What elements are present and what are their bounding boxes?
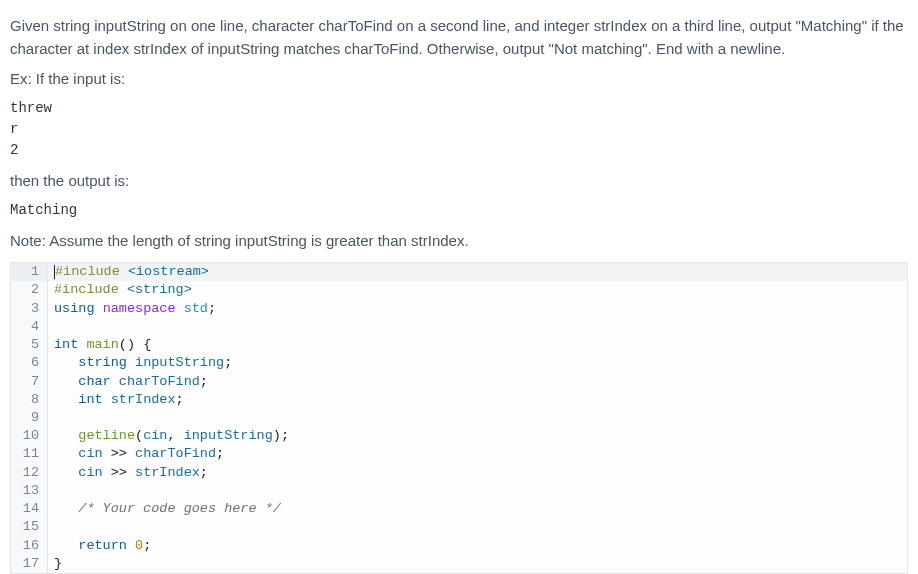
code-content[interactable]: int strIndex; [47, 391, 907, 409]
example-input-block: threw r 2 [10, 98, 908, 161]
code-content[interactable]: /* Your code goes here */ [47, 500, 907, 518]
code-editor[interactable]: 1#include <iostream>2#include <string>3u… [10, 262, 908, 574]
code-token: getline [78, 428, 135, 443]
code-token: ( [135, 428, 143, 443]
code-token: #include [54, 282, 127, 297]
code-token [54, 392, 78, 407]
code-token: std [184, 301, 208, 316]
code-content[interactable]: cin >> charToFind; [47, 445, 907, 463]
code-token: int [78, 392, 102, 407]
code-token [111, 374, 119, 389]
code-line[interactable]: 13 [11, 482, 907, 500]
code-line[interactable]: 4 [11, 318, 907, 336]
code-token: strIndex [135, 465, 200, 480]
code-token: } [54, 556, 62, 571]
code-content[interactable]: char charToFind; [47, 373, 907, 391]
problem-statement: Given string inputString on one line, ch… [10, 14, 908, 90]
code-token: ; [224, 355, 232, 370]
code-token: return [78, 538, 127, 553]
then-label-wrap: then the output is: [10, 169, 908, 192]
code-token: charToFind [135, 446, 216, 461]
code-token: main [86, 337, 118, 352]
code-token: inputString [184, 428, 273, 443]
code-token [54, 465, 78, 480]
code-token [127, 355, 135, 370]
line-number: 7 [11, 373, 47, 391]
code-content[interactable]: int main() { [47, 336, 907, 354]
code-token: ; [216, 446, 224, 461]
code-token: , [167, 428, 183, 443]
code-content[interactable]: getline(cin, inputString); [47, 427, 907, 445]
code-token [127, 538, 135, 553]
code-content[interactable]: #include <string> [47, 281, 907, 299]
code-token: cin [78, 465, 102, 480]
example-output-block: Matching [10, 200, 908, 221]
code-token: charToFind [119, 374, 200, 389]
code-token: using [54, 301, 95, 316]
code-line[interactable]: 7 char charToFind; [11, 373, 907, 391]
code-token [54, 446, 78, 461]
code-line[interactable]: 11 cin >> charToFind; [11, 445, 907, 463]
code-line[interactable]: 16 return 0; [11, 537, 907, 555]
code-token [54, 538, 78, 553]
code-content[interactable]: cin >> strIndex; [47, 464, 907, 482]
code-token: >> [103, 465, 135, 480]
line-number: 17 [11, 555, 47, 573]
code-token: <iostream> [128, 264, 209, 279]
problem-note: Note: Assume the length of string inputS… [10, 229, 908, 252]
line-number: 4 [11, 318, 47, 336]
code-token: 0 [135, 538, 143, 553]
code-token: <string> [127, 282, 192, 297]
code-token: >> [103, 446, 135, 461]
code-line[interactable]: 15 [11, 518, 907, 536]
code-content[interactable]: } [47, 555, 907, 573]
code-line[interactable]: 2#include <string> [11, 281, 907, 299]
code-content[interactable]: using namespace std; [47, 300, 907, 318]
code-token: ); [273, 428, 289, 443]
code-token: #include [55, 264, 128, 279]
code-line[interactable]: 9 [11, 409, 907, 427]
code-token: ; [208, 301, 216, 316]
code-content[interactable] [47, 482, 907, 500]
line-number: 2 [11, 281, 47, 299]
code-token [54, 355, 78, 370]
line-number: 3 [11, 300, 47, 318]
line-number: 11 [11, 445, 47, 463]
line-number: 9 [11, 409, 47, 427]
code-line[interactable]: 6 string inputString; [11, 354, 907, 372]
code-token [54, 428, 78, 443]
code-content[interactable] [47, 318, 907, 336]
line-number: 8 [11, 391, 47, 409]
code-line[interactable]: 14 /* Your code goes here */ [11, 500, 907, 518]
code-line[interactable]: 5int main() { [11, 336, 907, 354]
code-line[interactable]: 8 int strIndex; [11, 391, 907, 409]
code-content[interactable] [47, 518, 907, 536]
code-token: char [78, 374, 110, 389]
problem-description: Given string inputString on one line, ch… [10, 14, 908, 61]
code-token: strIndex [111, 392, 176, 407]
code-token: ; [200, 465, 208, 480]
line-number: 10 [11, 427, 47, 445]
code-content[interactable]: #include <iostream> [47, 263, 907, 281]
code-line[interactable]: 12 cin >> strIndex; [11, 464, 907, 482]
note-wrap: Note: Assume the length of string inputS… [10, 229, 908, 252]
code-line[interactable]: 1#include <iostream> [11, 263, 907, 281]
code-line[interactable]: 10 getline(cin, inputString); [11, 427, 907, 445]
code-token [176, 301, 184, 316]
code-line[interactable]: 17} [11, 555, 907, 573]
code-token: string [78, 355, 127, 370]
code-token: ; [176, 392, 184, 407]
code-token: int [54, 337, 78, 352]
line-number: 6 [11, 354, 47, 372]
line-number: 14 [11, 500, 47, 518]
code-token: inputString [135, 355, 224, 370]
line-number: 5 [11, 336, 47, 354]
code-token: ; [143, 538, 151, 553]
code-content[interactable]: return 0; [47, 537, 907, 555]
code-token [54, 374, 78, 389]
line-number: 12 [11, 464, 47, 482]
code-content[interactable]: string inputString; [47, 354, 907, 372]
code-token [103, 392, 111, 407]
code-content[interactable] [47, 409, 907, 427]
code-line[interactable]: 3using namespace std; [11, 300, 907, 318]
